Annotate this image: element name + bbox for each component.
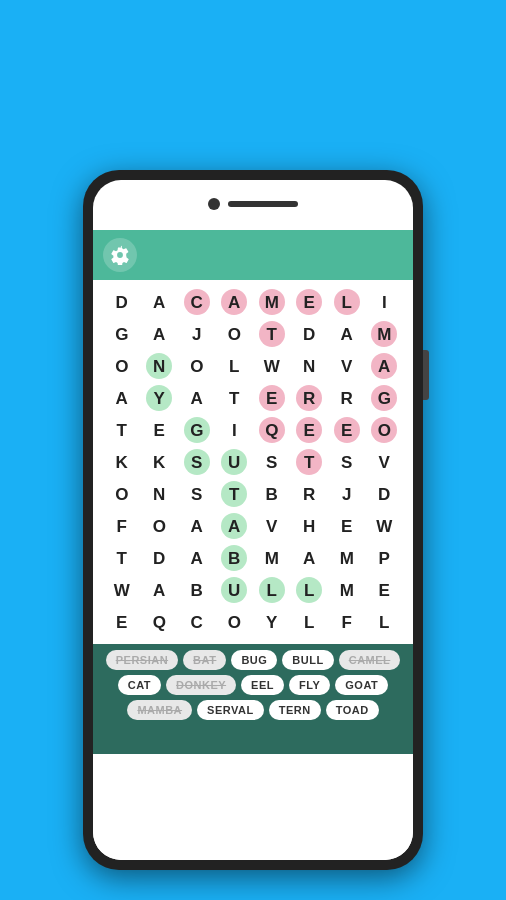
grid-cell[interactable]: A (103, 382, 141, 414)
grid-cell[interactable]: Q (141, 606, 179, 638)
word-chip[interactable]: EEL (241, 675, 284, 695)
grid-cell[interactable]: O (141, 510, 179, 542)
word-chip[interactable]: TERN (269, 700, 321, 720)
grid-cell[interactable]: V (328, 350, 366, 382)
grid-cell[interactable]: G (103, 318, 141, 350)
grid-cell[interactable]: A (141, 318, 179, 350)
grid-cell[interactable]: W (103, 574, 141, 606)
grid-cell[interactable]: G (366, 382, 404, 414)
grid-cell[interactable]: L (366, 606, 404, 638)
grid-cell[interactable]: E (291, 414, 329, 446)
grid-cell[interactable]: K (103, 446, 141, 478)
grid-cell[interactable]: O (216, 318, 254, 350)
grid-cell[interactable]: B (216, 542, 254, 574)
grid-cell[interactable]: K (141, 446, 179, 478)
grid-cell[interactable]: N (141, 350, 179, 382)
grid-cell[interactable]: O (178, 350, 216, 382)
grid-cell[interactable]: I (366, 286, 404, 318)
grid-cell[interactable]: D (291, 318, 329, 350)
grid-cell[interactable]: Q (253, 414, 291, 446)
grid-cell[interactable]: S (328, 446, 366, 478)
grid-cell[interactable]: P (366, 542, 404, 574)
grid-cell[interactable]: G (178, 414, 216, 446)
grid-cell[interactable]: D (366, 478, 404, 510)
grid-cell[interactable]: A (366, 350, 404, 382)
grid-cell[interactable]: A (141, 574, 179, 606)
grid-cell[interactable]: L (253, 574, 291, 606)
grid-cell[interactable]: F (103, 510, 141, 542)
grid-cell[interactable]: A (328, 318, 366, 350)
grid-cell[interactable]: N (141, 478, 179, 510)
word-chip[interactable]: SERVAL (197, 700, 264, 720)
grid-cell[interactable]: R (291, 478, 329, 510)
grid-cell[interactable]: C (178, 606, 216, 638)
grid-cell[interactable]: V (366, 446, 404, 478)
grid-cell[interactable]: U (216, 446, 254, 478)
word-chip[interactable]: DONKEY (166, 675, 236, 695)
grid-cell[interactable]: L (328, 286, 366, 318)
grid-cell[interactable]: O (103, 350, 141, 382)
grid-cell[interactable]: Y (141, 382, 179, 414)
word-chip[interactable]: MAMBA (127, 700, 192, 720)
grid-cell[interactable]: L (216, 350, 254, 382)
grid-cell[interactable]: V (253, 510, 291, 542)
grid-cell[interactable]: U (216, 574, 254, 606)
settings-icon[interactable] (103, 238, 137, 272)
grid-cell[interactable]: L (291, 606, 329, 638)
word-chip[interactable]: FLY (289, 675, 330, 695)
grid-cell[interactable]: T (216, 478, 254, 510)
word-chip[interactable]: BAT (183, 650, 226, 670)
grid-cell[interactable]: T (216, 382, 254, 414)
grid-cell[interactable]: F (328, 606, 366, 638)
grid-cell[interactable]: O (366, 414, 404, 446)
grid-cell[interactable]: R (328, 382, 366, 414)
grid-cell[interactable]: J (178, 318, 216, 350)
grid-cell[interactable]: S (178, 446, 216, 478)
word-chip[interactable]: GOAT (335, 675, 388, 695)
grid-cell[interactable]: M (366, 318, 404, 350)
grid-cell[interactable]: T (253, 318, 291, 350)
grid-cell[interactable]: A (291, 542, 329, 574)
grid-cell[interactable]: S (253, 446, 291, 478)
grid-cell[interactable]: A (178, 542, 216, 574)
grid-cell[interactable]: E (103, 606, 141, 638)
word-chip[interactable]: BULL (282, 650, 333, 670)
grid-cell[interactable]: A (216, 510, 254, 542)
grid-cell[interactable]: J (328, 478, 366, 510)
grid-cell[interactable]: O (216, 606, 254, 638)
word-chip[interactable]: CAT (118, 675, 161, 695)
grid-cell[interactable]: E (366, 574, 404, 606)
grid-cell[interactable]: W (366, 510, 404, 542)
word-chip[interactable]: BUG (231, 650, 277, 670)
grid-cell[interactable]: T (103, 542, 141, 574)
grid-cell[interactable]: T (291, 446, 329, 478)
grid-cell[interactable]: S (178, 478, 216, 510)
grid-cell[interactable]: M (328, 574, 366, 606)
grid-cell[interactable]: E (291, 286, 329, 318)
grid-cell[interactable]: T (103, 414, 141, 446)
grid-cell[interactable]: O (103, 478, 141, 510)
grid-cell[interactable]: E (328, 510, 366, 542)
grid-cell[interactable]: M (253, 286, 291, 318)
grid-cell[interactable]: Y (253, 606, 291, 638)
grid-cell[interactable]: I (216, 414, 254, 446)
grid-cell[interactable]: H (291, 510, 329, 542)
grid-cell[interactable]: M (328, 542, 366, 574)
grid-cell[interactable]: L (291, 574, 329, 606)
grid-cell[interactable]: M (253, 542, 291, 574)
word-chip[interactable]: PERSIAN (106, 650, 178, 670)
grid-cell[interactable]: B (253, 478, 291, 510)
grid-cell[interactable]: D (103, 286, 141, 318)
grid-cell[interactable]: N (291, 350, 329, 382)
grid-cell[interactable]: D (141, 542, 179, 574)
word-chip[interactable]: TOAD (326, 700, 379, 720)
grid-cell[interactable]: C (178, 286, 216, 318)
grid-cell[interactable]: A (178, 510, 216, 542)
word-chip[interactable]: CAMEL (339, 650, 401, 670)
grid-cell[interactable]: R (291, 382, 329, 414)
grid-cell[interactable]: A (178, 382, 216, 414)
grid-cell[interactable]: E (253, 382, 291, 414)
grid-cell[interactable]: A (216, 286, 254, 318)
grid-cell[interactable]: A (141, 286, 179, 318)
grid-cell[interactable]: W (253, 350, 291, 382)
